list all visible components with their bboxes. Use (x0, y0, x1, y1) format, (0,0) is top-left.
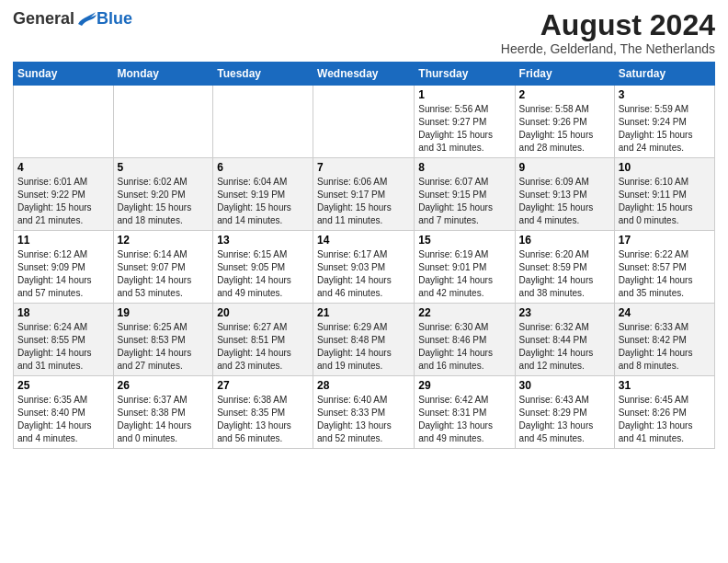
table-row: 5Sunrise: 6:02 AM Sunset: 9:20 PM Daylig… (113, 158, 213, 231)
day-number: 30 (519, 379, 610, 392)
day-info: Sunrise: 6:07 AM Sunset: 9:15 PM Dayligh… (418, 176, 510, 227)
table-row: 19Sunrise: 6:25 AM Sunset: 8:53 PM Dayli… (113, 304, 213, 376)
col-friday: Friday (515, 63, 614, 86)
day-number: 1 (418, 88, 510, 101)
day-info: Sunrise: 6:01 AM Sunset: 9:22 PM Dayligh… (17, 176, 109, 227)
day-info: Sunrise: 6:15 AM Sunset: 9:05 PM Dayligh… (217, 248, 309, 300)
table-row: 1Sunrise: 5:56 AM Sunset: 9:27 PM Daylig… (415, 86, 515, 158)
day-number: 3 (619, 88, 711, 101)
table-row: 4Sunrise: 6:01 AM Sunset: 9:22 PM Daylig… (14, 158, 114, 231)
day-info: Sunrise: 6:30 AM Sunset: 8:46 PM Dayligh… (418, 321, 510, 373)
day-info: Sunrise: 6:19 AM Sunset: 9:01 PM Dayligh… (418, 248, 510, 300)
day-number: 12 (118, 234, 210, 247)
table-row: 22Sunrise: 6:30 AM Sunset: 8:46 PM Dayli… (415, 304, 515, 376)
table-row: 21Sunrise: 6:29 AM Sunset: 8:48 PM Dayli… (313, 304, 415, 376)
day-number: 28 (317, 379, 410, 392)
logo: General Blue (13, 9, 132, 29)
month-title: August 2024 (501, 9, 715, 41)
day-info: Sunrise: 6:33 AM Sunset: 8:42 PM Dayligh… (619, 321, 711, 373)
col-tuesday: Tuesday (213, 63, 313, 86)
day-info: Sunrise: 6:45 AM Sunset: 8:26 PM Dayligh… (619, 394, 711, 445)
day-number: 8 (418, 161, 510, 174)
day-number: 2 (519, 88, 610, 101)
table-row: 13Sunrise: 6:15 AM Sunset: 9:05 PM Dayli… (213, 231, 313, 304)
day-info: Sunrise: 6:04 AM Sunset: 9:19 PM Dayligh… (217, 176, 309, 227)
day-info: Sunrise: 6:40 AM Sunset: 8:33 PM Dayligh… (317, 394, 410, 445)
table-row: 7Sunrise: 6:06 AM Sunset: 9:17 PM Daylig… (313, 158, 415, 231)
day-info: Sunrise: 6:12 AM Sunset: 9:09 PM Dayligh… (17, 248, 109, 300)
table-row: 20Sunrise: 6:27 AM Sunset: 8:51 PM Dayli… (213, 304, 313, 376)
day-info: Sunrise: 6:43 AM Sunset: 8:29 PM Dayligh… (519, 394, 610, 445)
location-subtitle: Heerde, Gelderland, The Netherlands (501, 41, 715, 56)
calendar-week-row: 4Sunrise: 6:01 AM Sunset: 9:22 PM Daylig… (14, 158, 715, 231)
day-info: Sunrise: 6:14 AM Sunset: 9:07 PM Dayligh… (118, 248, 210, 300)
day-number: 21 (317, 306, 410, 319)
calendar-page: General Blue August 2024 Heerde, Gelderl… (0, 0, 728, 563)
day-info: Sunrise: 6:17 AM Sunset: 9:03 PM Dayligh… (317, 248, 410, 300)
table-row: 10Sunrise: 6:10 AM Sunset: 9:11 PM Dayli… (614, 158, 714, 231)
col-monday: Monday (113, 63, 213, 86)
calendar-week-row: 11Sunrise: 6:12 AM Sunset: 9:09 PM Dayli… (14, 231, 715, 304)
calendar-header: Sunday Monday Tuesday Wednesday Thursday… (14, 63, 715, 86)
day-number: 14 (317, 234, 410, 247)
logo-bird-icon (76, 11, 97, 28)
table-row: 6Sunrise: 6:04 AM Sunset: 9:19 PM Daylig… (213, 158, 313, 231)
day-number: 4 (17, 161, 109, 174)
table-row: 8Sunrise: 6:07 AM Sunset: 9:15 PM Daylig… (415, 158, 515, 231)
calendar-week-row: 18Sunrise: 6:24 AM Sunset: 8:55 PM Dayli… (14, 304, 715, 376)
day-info: Sunrise: 6:06 AM Sunset: 9:17 PM Dayligh… (317, 176, 410, 227)
table-row: 24Sunrise: 6:33 AM Sunset: 8:42 PM Dayli… (614, 304, 714, 376)
day-number: 15 (418, 234, 510, 247)
table-row: 2Sunrise: 5:58 AM Sunset: 9:26 PM Daylig… (515, 86, 614, 158)
table-row (313, 86, 415, 158)
day-info: Sunrise: 6:35 AM Sunset: 8:40 PM Dayligh… (17, 394, 109, 445)
day-number: 22 (418, 306, 510, 319)
table-row: 12Sunrise: 6:14 AM Sunset: 9:07 PM Dayli… (113, 231, 213, 304)
day-info: Sunrise: 5:59 AM Sunset: 9:24 PM Dayligh… (619, 103, 711, 155)
day-info: Sunrise: 6:32 AM Sunset: 8:44 PM Dayligh… (519, 321, 610, 373)
table-row: 14Sunrise: 6:17 AM Sunset: 9:03 PM Dayli… (313, 231, 415, 304)
day-number: 20 (217, 306, 309, 319)
day-number: 10 (619, 161, 711, 174)
day-number: 19 (118, 306, 210, 319)
title-area: August 2024 Heerde, Gelderland, The Neth… (501, 9, 715, 56)
table-row (14, 86, 114, 158)
day-number: 9 (519, 161, 610, 174)
calendar-week-row: 25Sunrise: 6:35 AM Sunset: 8:40 PM Dayli… (14, 376, 715, 449)
calendar-table: Sunday Monday Tuesday Wednesday Thursday… (13, 62, 715, 449)
day-info: Sunrise: 5:58 AM Sunset: 9:26 PM Dayligh… (519, 103, 610, 155)
col-thursday: Thursday (415, 63, 515, 86)
table-row: 11Sunrise: 6:12 AM Sunset: 9:09 PM Dayli… (14, 231, 114, 304)
table-row (213, 86, 313, 158)
day-number: 6 (217, 161, 309, 174)
day-number: 7 (317, 161, 410, 174)
day-number: 24 (619, 306, 711, 319)
day-info: Sunrise: 5:56 AM Sunset: 9:27 PM Dayligh… (418, 103, 510, 155)
table-row: 16Sunrise: 6:20 AM Sunset: 8:59 PM Dayli… (515, 231, 614, 304)
table-row: 9Sunrise: 6:09 AM Sunset: 9:13 PM Daylig… (515, 158, 614, 231)
table-row: 28Sunrise: 6:40 AM Sunset: 8:33 PM Dayli… (313, 376, 415, 449)
day-number: 26 (118, 379, 210, 392)
table-row: 15Sunrise: 6:19 AM Sunset: 9:01 PM Dayli… (415, 231, 515, 304)
logo-general-text: General (13, 9, 74, 29)
day-number: 11 (17, 234, 109, 247)
header-row: Sunday Monday Tuesday Wednesday Thursday… (14, 63, 715, 86)
day-info: Sunrise: 6:25 AM Sunset: 8:53 PM Dayligh… (118, 321, 210, 373)
day-number: 13 (217, 234, 309, 247)
day-number: 23 (519, 306, 610, 319)
table-row: 30Sunrise: 6:43 AM Sunset: 8:29 PM Dayli… (515, 376, 614, 449)
day-number: 25 (17, 379, 109, 392)
day-number: 31 (619, 379, 711, 392)
table-row: 18Sunrise: 6:24 AM Sunset: 8:55 PM Dayli… (14, 304, 114, 376)
table-row: 3Sunrise: 5:59 AM Sunset: 9:24 PM Daylig… (614, 86, 714, 158)
day-info: Sunrise: 6:37 AM Sunset: 8:38 PM Dayligh… (118, 394, 210, 445)
day-number: 5 (118, 161, 210, 174)
day-number: 27 (217, 379, 309, 392)
day-info: Sunrise: 6:20 AM Sunset: 8:59 PM Dayligh… (519, 248, 610, 300)
table-row: 31Sunrise: 6:45 AM Sunset: 8:26 PM Dayli… (614, 376, 714, 449)
calendar-body: 1Sunrise: 5:56 AM Sunset: 9:27 PM Daylig… (14, 86, 715, 449)
table-row: 23Sunrise: 6:32 AM Sunset: 8:44 PM Dayli… (515, 304, 614, 376)
day-info: Sunrise: 6:09 AM Sunset: 9:13 PM Dayligh… (519, 176, 610, 227)
calendar-week-row: 1Sunrise: 5:56 AM Sunset: 9:27 PM Daylig… (14, 86, 715, 158)
header: General Blue August 2024 Heerde, Gelderl… (13, 9, 715, 56)
